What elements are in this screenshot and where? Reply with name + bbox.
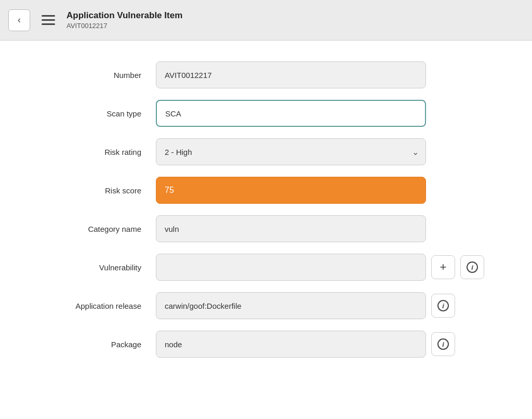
input-risk-score[interactable] xyxy=(156,177,426,204)
form-row-package: Packagei xyxy=(0,331,532,358)
select-risk-rating[interactable]: 1 - Critical2 - High3 - Medium4 - Low xyxy=(156,138,426,165)
label-vulnerability: Vulnerability xyxy=(42,263,156,272)
form-row-vulnerability: Vulnerability+i xyxy=(0,254,532,281)
input-category-name[interactable] xyxy=(156,215,426,242)
plus-button-vulnerability[interactable]: + xyxy=(431,255,455,279)
header-title: Application Vulnerable Item xyxy=(66,10,182,21)
input-application-release[interactable] xyxy=(156,292,426,319)
info-icon: i xyxy=(437,338,449,350)
field-wrap-category-name xyxy=(156,215,490,242)
info-button-package[interactable]: i xyxy=(431,332,455,356)
menu-button[interactable] xyxy=(37,9,59,31)
header-title-group: Application Vulnerable Item AVIT0012217 xyxy=(66,10,182,30)
label-risk-score: Risk score xyxy=(42,186,156,195)
select-wrapper-risk-rating: 1 - Critical2 - High3 - Medium4 - Low⌄ xyxy=(156,138,426,165)
label-scan-type: Scan type xyxy=(42,109,156,118)
label-package: Package xyxy=(42,340,156,349)
form-row-risk-rating: Risk rating1 - Critical2 - High3 - Mediu… xyxy=(0,138,532,165)
input-package[interactable] xyxy=(156,331,426,358)
menu-line xyxy=(42,23,55,25)
field-wrap-vulnerability: +i xyxy=(156,254,490,281)
input-scan-type[interactable] xyxy=(156,100,426,127)
menu-line xyxy=(42,19,55,21)
label-risk-rating: Risk rating xyxy=(42,148,156,156)
label-number: Number xyxy=(42,71,156,80)
header-subtitle: AVIT0012217 xyxy=(66,22,182,30)
field-wrap-application-release: i xyxy=(156,292,490,319)
menu-line xyxy=(42,15,55,17)
field-wrap-number xyxy=(156,61,490,88)
plus-icon: + xyxy=(440,261,447,273)
field-wrap-scan-type xyxy=(156,100,490,127)
input-number[interactable] xyxy=(156,61,426,88)
input-vulnerability[interactable] xyxy=(156,254,426,281)
info-button-vulnerability[interactable]: i xyxy=(460,255,484,279)
label-application-release: Application release xyxy=(42,302,156,310)
field-wrap-risk-score xyxy=(156,177,490,204)
app-header: ‹ Application Vulnerable Item AVIT001221… xyxy=(0,0,532,41)
info-icon: i xyxy=(467,261,478,273)
form-row-category-name: Category name xyxy=(0,215,532,242)
form-row-number: Number xyxy=(0,61,532,88)
back-icon: ‹ xyxy=(18,15,21,25)
form-row-risk-score: Risk score xyxy=(0,177,532,204)
field-wrap-package: i xyxy=(156,331,490,358)
main-content: NumberScan typeRisk rating1 - Critical2 … xyxy=(0,41,532,419)
label-category-name: Category name xyxy=(42,225,156,233)
form-row-application-release: Application releasei xyxy=(0,292,532,319)
field-wrap-risk-rating: 1 - Critical2 - High3 - Medium4 - Low⌄ xyxy=(156,138,490,165)
form-row-scan-type: Scan type xyxy=(0,100,532,127)
back-button[interactable]: ‹ xyxy=(8,9,30,31)
info-button-application-release[interactable]: i xyxy=(431,294,455,318)
info-icon: i xyxy=(437,300,449,311)
